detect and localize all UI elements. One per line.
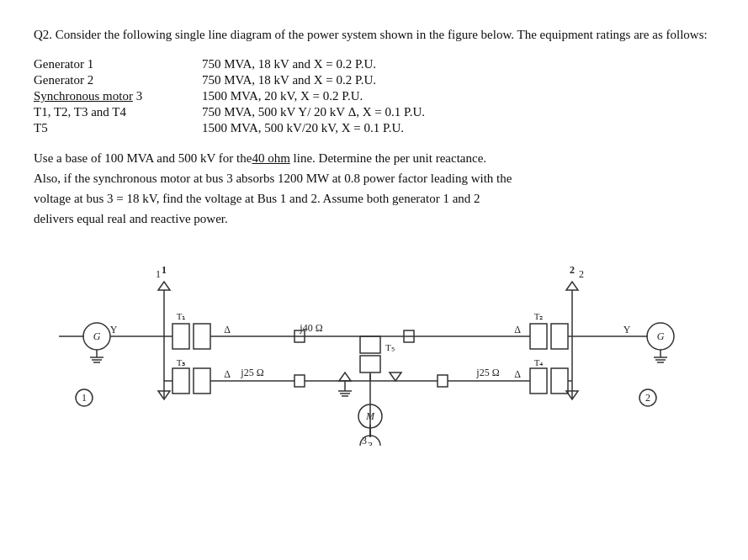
svg-text:Δ: Δ bbox=[224, 368, 231, 380]
svg-text:G: G bbox=[93, 330, 101, 342]
svg-text:j40 Ω: j40 Ω bbox=[299, 322, 322, 334]
base-line1: Use a base of 100 MVA and 500 kV for the bbox=[34, 151, 252, 165]
svg-text:j25 Ω: j25 Ω bbox=[475, 367, 499, 378]
svg-rect-40 bbox=[194, 368, 210, 394]
equipment-label-2: Synchronous motor 3 bbox=[34, 88, 202, 104]
svg-rect-39 bbox=[172, 368, 189, 394]
svg-text:1: 1 bbox=[82, 392, 87, 404]
equipment-label-0: Generator 1 bbox=[34, 56, 202, 72]
equipment-row-4: T51500 MVA, 500 kV/20 kV, X = 0.1 P.U. bbox=[34, 120, 425, 136]
base-line1-end: line. Determine the per unit reactance. bbox=[290, 151, 486, 165]
equipment-label-3: T1, T2, T3 and T4 bbox=[34, 104, 202, 120]
equipment-label-4: T5 bbox=[34, 120, 202, 136]
svg-text:M: M bbox=[365, 410, 375, 422]
svg-rect-14 bbox=[194, 324, 210, 349]
svg-text:1: 1 bbox=[156, 268, 161, 280]
svg-rect-23 bbox=[551, 324, 568, 349]
base-line2: Also, if the synchronous motor at bus 3 … bbox=[34, 168, 714, 188]
equipment-value-1: 750 MVA, 18 kV and X = 0.2 P.U. bbox=[202, 72, 425, 88]
svg-rect-49 bbox=[438, 375, 448, 387]
svg-rect-13 bbox=[172, 324, 189, 349]
svg-text:Y: Y bbox=[623, 324, 631, 335]
svg-text:T₅: T₅ bbox=[385, 342, 395, 352]
equipment-row-3: T1, T2, T3 and T4750 MVA, 500 kV Y/ 20 k… bbox=[34, 104, 425, 120]
svg-text:Δ: Δ bbox=[514, 368, 521, 380]
diagram-area: .diag { stroke: #333; stroke-width: 1.5;… bbox=[34, 244, 724, 446]
svg-text:Δ: Δ bbox=[224, 324, 231, 335]
svg-text:Y: Y bbox=[110, 324, 118, 335]
equipment-row-0: Generator 1750 MVA, 18 kV and X = 0.2 P.… bbox=[34, 56, 425, 72]
equipment-value-0: 750 MVA, 18 kV and X = 0.2 P.U. bbox=[202, 56, 425, 72]
svg-text:T₁: T₁ bbox=[177, 311, 186, 321]
svg-rect-22 bbox=[530, 324, 547, 349]
svg-text:T₂: T₂ bbox=[534, 311, 544, 321]
svg-marker-2 bbox=[158, 282, 170, 290]
svg-text:1: 1 bbox=[162, 264, 167, 276]
svg-text:T₃: T₃ bbox=[177, 357, 186, 367]
base-underline: 40 ohm bbox=[252, 151, 289, 165]
svg-marker-65 bbox=[339, 372, 351, 381]
svg-rect-56 bbox=[360, 336, 380, 353]
svg-marker-28 bbox=[566, 282, 578, 290]
equipment-label-1: Generator 2 bbox=[34, 72, 202, 88]
svg-text:2: 2 bbox=[579, 268, 584, 280]
svg-rect-45 bbox=[294, 375, 305, 387]
base-line4: delivers equal real and reactive power. bbox=[34, 209, 714, 229]
svg-text:3: 3 bbox=[368, 440, 373, 446]
svg-rect-53 bbox=[551, 368, 568, 394]
svg-text:T₄: T₄ bbox=[534, 357, 544, 367]
svg-text:Δ: Δ bbox=[514, 324, 521, 335]
equipment-row-1: Generator 2750 MVA, 18 kV and X = 0.2 P.… bbox=[34, 72, 425, 88]
svg-rect-52 bbox=[530, 368, 547, 394]
equipment-table: Generator 1750 MVA, 18 kV and X = 0.2 P.… bbox=[34, 56, 714, 136]
question-intro: Q2. Consider the following single line d… bbox=[34, 25, 714, 45]
equipment-value-3: 750 MVA, 500 kV Y/ 20 kV Δ, X = 0.1 P.U. bbox=[202, 104, 425, 120]
equipment-value-4: 1500 MVA, 500 kV/20 kV, X = 0.1 P.U. bbox=[202, 120, 425, 136]
svg-marker-66 bbox=[390, 372, 401, 381]
equipment-value-2: 1500 MVA, 20 kV, X = 0.2 P.U. bbox=[202, 88, 425, 104]
svg-rect-57 bbox=[360, 356, 380, 372]
base-line3: voltage at bus 3 = 18 kV, find the volta… bbox=[34, 188, 714, 209]
svg-text:j25 Ω: j25 Ω bbox=[240, 367, 263, 378]
svg-text:G: G bbox=[657, 330, 665, 342]
svg-text:2: 2 bbox=[570, 264, 575, 276]
svg-text:2: 2 bbox=[645, 392, 650, 404]
base-text: Use a base of 100 MVA and 500 kV for the… bbox=[34, 148, 714, 229]
equipment-row-2: Synchronous motor 31500 MVA, 20 kV, X = … bbox=[34, 88, 425, 104]
